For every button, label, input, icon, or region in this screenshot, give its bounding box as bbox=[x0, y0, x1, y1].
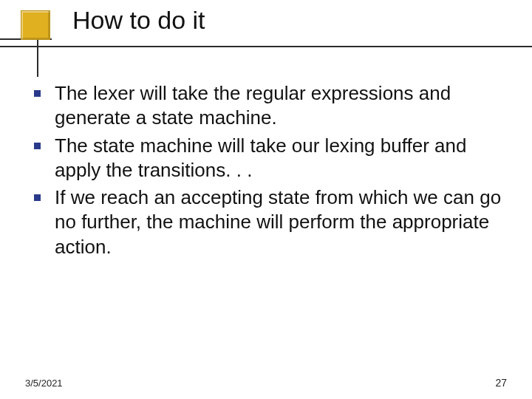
accent-square-icon bbox=[21, 10, 50, 40]
bullet-square-icon bbox=[34, 143, 41, 149]
slide-body: The lexer will take the regular expressi… bbox=[24, 81, 510, 262]
bullet-text: If we reach an accepting state from whic… bbox=[55, 186, 501, 258]
title-bar: How to do it bbox=[0, 10, 532, 55]
slide-title: How to do it bbox=[72, 6, 205, 35]
list-item: If we reach an accepting state from whic… bbox=[24, 185, 510, 259]
bullet-list: The lexer will take the regular expressi… bbox=[24, 81, 510, 259]
title-vertical-rule bbox=[37, 38, 38, 77]
list-item: The lexer will take the regular expressi… bbox=[24, 81, 510, 131]
footer-date: 3/5/2021 bbox=[25, 378, 63, 389]
bullet-text: The state machine will take our lexing b… bbox=[55, 134, 466, 181]
slide: How to do it The lexer will take the reg… bbox=[0, 0, 532, 399]
list-item: The state machine will take our lexing b… bbox=[24, 134, 510, 183]
slide-footer: 3/5/2021 27 bbox=[25, 377, 507, 389]
bullet-square-icon bbox=[34, 194, 41, 201]
bullet-square-icon bbox=[34, 90, 41, 97]
page-number: 27 bbox=[495, 377, 507, 389]
title-underline bbox=[0, 46, 532, 47]
bullet-text: The lexer will take the regular expressi… bbox=[55, 82, 451, 129]
